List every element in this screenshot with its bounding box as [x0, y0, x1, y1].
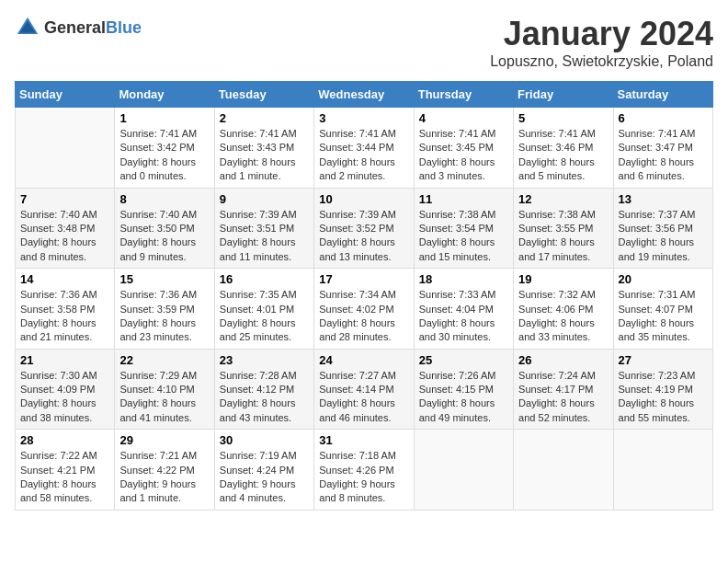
day-info: Sunrise: 7:27 AMSunset: 4:14 PMDaylight:… [319, 369, 408, 426]
day-info: Sunrise: 7:32 AMSunset: 4:06 PMDaylight:… [518, 288, 608, 345]
day-number: 3 [319, 111, 408, 125]
day-number: 17 [319, 272, 408, 286]
calendar-cell: 5Sunrise: 7:41 AMSunset: 3:46 PMDaylight… [514, 108, 613, 189]
calendar-cell: 28Sunrise: 7:22 AMSunset: 4:21 PMDayligh… [16, 430, 115, 511]
day-number: 12 [518, 192, 608, 206]
calendar-cell: 3Sunrise: 7:41 AMSunset: 3:44 PMDaylight… [314, 108, 414, 189]
title-block: January 2024 Lopuszno, Swietokrzyskie, P… [490, 15, 713, 70]
day-info: Sunrise: 7:18 AMSunset: 4:26 PMDaylight:… [319, 449, 408, 506]
calendar-cell [613, 430, 712, 511]
day-info: Sunrise: 7:28 AMSunset: 4:12 PMDaylight:… [220, 369, 309, 426]
calendar-cell: 29Sunrise: 7:21 AMSunset: 4:22 PMDayligh… [115, 430, 214, 511]
day-info: Sunrise: 7:35 AMSunset: 4:01 PMDaylight:… [220, 288, 309, 345]
calendar-week-row: 14Sunrise: 7:36 AMSunset: 3:58 PMDayligh… [16, 269, 713, 350]
calendar-cell: 12Sunrise: 7:38 AMSunset: 3:55 PMDayligh… [514, 188, 613, 269]
logo-icon [15, 15, 40, 40]
weekday-header: Tuesday [214, 82, 313, 108]
calendar-cell: 14Sunrise: 7:36 AMSunset: 3:58 PMDayligh… [16, 269, 115, 350]
day-info: Sunrise: 7:19 AMSunset: 4:24 PMDaylight:… [220, 449, 309, 506]
weekday-header: Wednesday [314, 82, 414, 108]
calendar-week-row: 28Sunrise: 7:22 AMSunset: 4:21 PMDayligh… [16, 430, 713, 511]
day-info: Sunrise: 7:38 AMSunset: 3:54 PMDaylight:… [419, 208, 508, 265]
day-info: Sunrise: 7:30 AMSunset: 4:09 PMDaylight:… [20, 369, 109, 426]
day-info: Sunrise: 7:39 AMSunset: 3:51 PMDaylight:… [220, 208, 309, 265]
day-info: Sunrise: 7:33 AMSunset: 4:04 PMDaylight:… [419, 288, 508, 345]
calendar-week-row: 1Sunrise: 7:41 AMSunset: 3:42 PMDaylight… [16, 108, 713, 189]
calendar-cell: 16Sunrise: 7:35 AMSunset: 4:01 PMDayligh… [214, 269, 313, 350]
calendar-cell: 20Sunrise: 7:31 AMSunset: 4:07 PMDayligh… [613, 269, 712, 350]
calendar-cell [514, 430, 613, 511]
calendar-cell: 13Sunrise: 7:37 AMSunset: 3:56 PMDayligh… [613, 188, 712, 269]
day-number: 30 [220, 433, 309, 447]
day-info: Sunrise: 7:38 AMSunset: 3:55 PMDaylight:… [518, 208, 608, 265]
calendar-cell [16, 108, 115, 189]
location-title: Lopuszno, Swietokrzyskie, Poland [490, 53, 713, 70]
day-number: 25 [419, 353, 508, 367]
day-info: Sunrise: 7:41 AMSunset: 3:47 PMDaylight:… [619, 127, 708, 184]
day-info: Sunrise: 7:37 AMSunset: 3:56 PMDaylight:… [619, 208, 708, 265]
calendar-cell: 17Sunrise: 7:34 AMSunset: 4:02 PMDayligh… [314, 269, 414, 350]
day-info: Sunrise: 7:29 AMSunset: 4:10 PMDaylight:… [119, 369, 209, 426]
logo-blue: Blue [106, 18, 142, 37]
day-number: 23 [220, 353, 309, 367]
day-number: 15 [119, 272, 209, 286]
day-number: 4 [419, 111, 508, 125]
calendar-cell: 19Sunrise: 7:32 AMSunset: 4:06 PMDayligh… [514, 269, 613, 350]
day-number: 18 [419, 272, 508, 286]
header-row: SundayMondayTuesdayWednesdayThursdayFrid… [16, 82, 713, 108]
calendar-cell: 2Sunrise: 7:41 AMSunset: 3:43 PMDaylight… [214, 108, 313, 189]
day-info: Sunrise: 7:34 AMSunset: 4:02 PMDaylight:… [319, 288, 408, 345]
day-number: 24 [319, 353, 408, 367]
day-number: 21 [20, 353, 109, 367]
calendar-cell: 18Sunrise: 7:33 AMSunset: 4:04 PMDayligh… [414, 269, 513, 350]
day-number: 22 [119, 353, 209, 367]
day-info: Sunrise: 7:23 AMSunset: 4:19 PMDaylight:… [619, 369, 708, 426]
day-number: 13 [619, 192, 708, 206]
calendar-cell [414, 430, 513, 511]
day-number: 29 [119, 433, 209, 447]
day-number: 11 [419, 192, 508, 206]
calendar-cell: 22Sunrise: 7:29 AMSunset: 4:10 PMDayligh… [115, 349, 214, 430]
calendar-header: SundayMondayTuesdayWednesdayThursdayFrid… [16, 82, 713, 108]
day-info: Sunrise: 7:41 AMSunset: 3:43 PMDaylight:… [220, 127, 309, 184]
day-info: Sunrise: 7:41 AMSunset: 3:42 PMDaylight:… [119, 127, 209, 184]
weekday-header: Monday [115, 82, 214, 108]
calendar-cell: 8Sunrise: 7:40 AMSunset: 3:50 PMDaylight… [115, 188, 214, 269]
day-number: 9 [220, 192, 309, 206]
calendar-cell: 11Sunrise: 7:38 AMSunset: 3:54 PMDayligh… [414, 188, 513, 269]
day-number: 8 [119, 192, 209, 206]
day-info: Sunrise: 7:22 AMSunset: 4:21 PMDaylight:… [20, 449, 109, 506]
day-info: Sunrise: 7:39 AMSunset: 3:52 PMDaylight:… [319, 208, 408, 265]
day-number: 6 [619, 111, 708, 125]
calendar-body: 1Sunrise: 7:41 AMSunset: 3:42 PMDaylight… [16, 108, 713, 511]
day-number: 14 [20, 272, 109, 286]
day-number: 19 [518, 272, 608, 286]
day-info: Sunrise: 7:40 AMSunset: 3:50 PMDaylight:… [119, 208, 209, 265]
day-number: 7 [20, 192, 109, 206]
calendar-cell: 6Sunrise: 7:41 AMSunset: 3:47 PMDaylight… [613, 108, 712, 189]
day-number: 26 [518, 353, 608, 367]
weekday-header: Saturday [613, 82, 712, 108]
day-number: 20 [619, 272, 708, 286]
calendar-cell: 9Sunrise: 7:39 AMSunset: 3:51 PMDaylight… [214, 188, 313, 269]
calendar-week-row: 21Sunrise: 7:30 AMSunset: 4:09 PMDayligh… [16, 349, 713, 430]
weekday-header: Sunday [16, 82, 115, 108]
logo: GeneralBlue [15, 15, 142, 40]
day-number: 16 [220, 272, 309, 286]
calendar-week-row: 7Sunrise: 7:40 AMSunset: 3:48 PMDaylight… [16, 188, 713, 269]
day-info: Sunrise: 7:24 AMSunset: 4:17 PMDaylight:… [518, 369, 608, 426]
day-info: Sunrise: 7:31 AMSunset: 4:07 PMDaylight:… [619, 288, 708, 345]
day-info: Sunrise: 7:36 AMSunset: 3:58 PMDaylight:… [20, 288, 109, 345]
calendar-cell: 24Sunrise: 7:27 AMSunset: 4:14 PMDayligh… [314, 349, 414, 430]
day-number: 1 [119, 111, 209, 125]
calendar-cell: 30Sunrise: 7:19 AMSunset: 4:24 PMDayligh… [214, 430, 313, 511]
weekday-header: Thursday [414, 82, 513, 108]
calendar-table: SundayMondayTuesdayWednesdayThursdayFrid… [15, 81, 713, 511]
month-title: January 2024 [490, 15, 713, 53]
day-number: 27 [619, 353, 708, 367]
calendar-cell: 10Sunrise: 7:39 AMSunset: 3:52 PMDayligh… [314, 188, 414, 269]
calendar-cell: 25Sunrise: 7:26 AMSunset: 4:15 PMDayligh… [414, 349, 513, 430]
calendar-cell: 15Sunrise: 7:36 AMSunset: 3:59 PMDayligh… [115, 269, 214, 350]
day-number: 2 [220, 111, 309, 125]
day-number: 10 [319, 192, 408, 206]
